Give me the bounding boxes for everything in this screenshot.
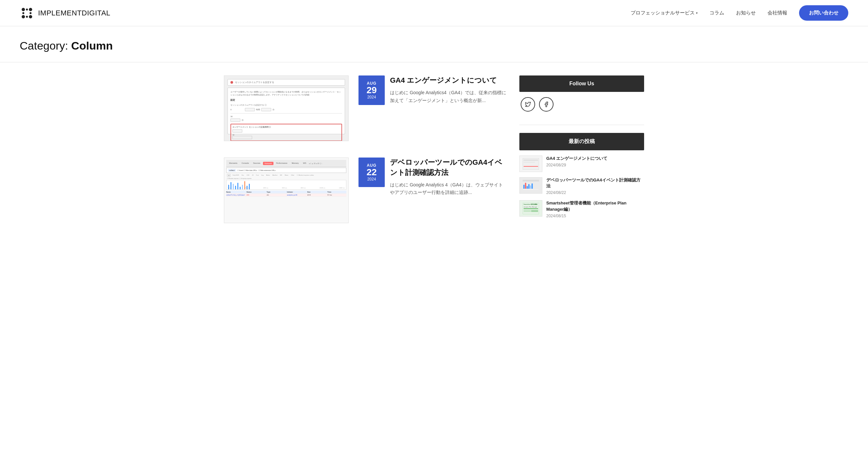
article-thumbnail-2[interactable]: Elements Console Sources Network Perform… xyxy=(224,157,349,223)
article-title-2[interactable]: デベロッパーツールでのGA4イベント計測確認方法 xyxy=(390,157,506,178)
article-excerpt-2: はじめに Google Analytics 4（GA4）は、ウェブサイトやアプリ… xyxy=(390,181,506,197)
svg-point-3 xyxy=(29,15,32,19)
recent-post-content-1: GA4 エンゲージメントについて 2024/08/29 xyxy=(546,156,644,167)
recent-post-thumb-3: Smartsheet管理者機能 nterprise Plan Manager xyxy=(519,200,542,217)
article-title-1[interactable]: GA4 エンゲージメントについて xyxy=(390,75,506,86)
article-card: セッションのタイムアウトを設定する ユーザーが操作していない状態によってセッショ… xyxy=(224,75,506,141)
recent-posts-title: 最新の投稿 xyxy=(519,133,644,150)
logo-icon xyxy=(20,6,34,20)
recent-post-title-3[interactable]: Smartsheet管理者機能（Enterprise Plan Manager編… xyxy=(546,200,644,212)
logo[interactable]: IMPLEMENTDIGITAL xyxy=(20,6,110,20)
follow-us-title: Follow Us xyxy=(519,75,644,92)
recent-post-title-2[interactable]: デベロッパーツールでのGA4イベント計測確認方法 xyxy=(546,177,644,189)
thumb1-content: ユーザーが操作していない状態によってセッションが開始化になるまでの時間、またはセ… xyxy=(227,88,345,134)
svg-point-4 xyxy=(26,8,28,10)
follow-us-section: Follow Us xyxy=(519,75,644,117)
twitter-button[interactable] xyxy=(521,97,535,112)
article-thumbnail-1[interactable]: セッションのタイムアウトを設定する ユーザーが操作していない状態によってセッショ… xyxy=(224,75,349,141)
article-meta-1: AUG 29 2024 GA4 エンゲージメントについて はじめに Google… xyxy=(359,75,506,105)
nav-column[interactable]: コラム xyxy=(709,10,724,16)
article-info-1: GA4 エンゲージメントについて はじめに Google Analytics4（… xyxy=(390,75,506,104)
recent-post-item-1[interactable]: GA4 エンゲージメントについて 2024/08/29 xyxy=(519,156,644,172)
svg-point-5 xyxy=(26,16,28,18)
svg-point-1 xyxy=(29,8,32,11)
article-info-2: デベロッパーツールでのGA4イベント計測確認方法 はじめに Google Ana… xyxy=(390,157,506,196)
sidebar: Follow Us 最新の投稿 xyxy=(519,75,644,223)
recent-post-date-3: 2024/08/15 xyxy=(546,214,644,218)
twitter-icon xyxy=(525,101,531,107)
recent-post-title-1[interactable]: GA4 エンゲージメントについて xyxy=(546,156,644,161)
chevron-down-icon: ▾ xyxy=(696,11,698,15)
article-excerpt-1: はじめに Google Analytics4（GA4）では、従来の指標に加えて「… xyxy=(390,89,506,105)
articles-section: セッションのタイムアウトを設定する ユーザーが操作していない状態によってセッショ… xyxy=(224,75,506,223)
logo-text: IMPLEMENTDIGITAL xyxy=(38,9,110,18)
sidebar-divider xyxy=(519,125,644,125)
svg-point-7 xyxy=(30,12,32,14)
article-date-badge-2: AUG 22 2024 xyxy=(359,157,385,187)
facebook-icon xyxy=(543,101,549,107)
recent-post-content-2: デベロッパーツールでのGA4イベント計測確認方法 2024/08/22 xyxy=(546,177,644,195)
recent-post-date-1: 2024/08/29 xyxy=(546,163,644,167)
recent-post-item-2[interactable]: デベロッパーツールでのGA4イベント計測確認方法 2024/08/22 xyxy=(519,177,644,195)
svg-point-6 xyxy=(22,12,24,14)
category-header: Category: Column xyxy=(0,26,868,62)
article-meta-2: AUG 22 2024 デベロッパーツールでのGA4イベント計測確認方法 はじめ… xyxy=(359,157,506,196)
thumb2-toolbar: Elements Console Sources Network Perform… xyxy=(226,160,346,167)
recent-post-content-3: Smartsheet管理者機能（Enterprise Plan Manager編… xyxy=(546,200,644,218)
svg-point-0 xyxy=(22,8,25,11)
main-container: セッションのタイムアウトを設定する ユーザーが操作していない状態によってセッショ… xyxy=(204,62,664,236)
recent-post-date-2: 2024/08/22 xyxy=(546,190,644,195)
nav-services[interactable]: プロフェッショナルサービス ▾ xyxy=(631,10,698,16)
main-nav: プロフェッショナルサービス ▾ コラム お知らせ 会社情報 お問い合わせ xyxy=(631,5,848,21)
facebook-button[interactable] xyxy=(539,97,554,112)
article-card-2: Elements Console Sources Network Perform… xyxy=(224,157,506,223)
recent-post-thumb-1 xyxy=(519,156,542,172)
article-date-badge-1: AUG 29 2024 xyxy=(359,75,385,105)
recent-post-item-3[interactable]: Smartsheet管理者機能 nterprise Plan Manager xyxy=(519,200,644,218)
header: IMPLEMENTDIGITAL プロフェッショナルサービス ▾ コラム お知ら… xyxy=(0,0,868,26)
nav-about[interactable]: 会社情報 xyxy=(768,10,787,16)
contact-button[interactable]: お問い合わせ xyxy=(799,5,848,21)
thumb1-titlebar: セッションのタイムアウトを設定する xyxy=(227,79,345,86)
recent-post-thumb-2 xyxy=(519,177,542,194)
nav-news[interactable]: お知らせ xyxy=(736,10,756,16)
recent-posts-section: 最新の投稿 GA4 エンゲー xyxy=(519,133,644,218)
page-title: Category: Column xyxy=(20,39,848,52)
svg-point-2 xyxy=(22,15,25,19)
recent-posts-list: GA4 エンゲージメントについて 2024/08/29 xyxy=(519,156,644,218)
social-icons xyxy=(519,92,644,117)
